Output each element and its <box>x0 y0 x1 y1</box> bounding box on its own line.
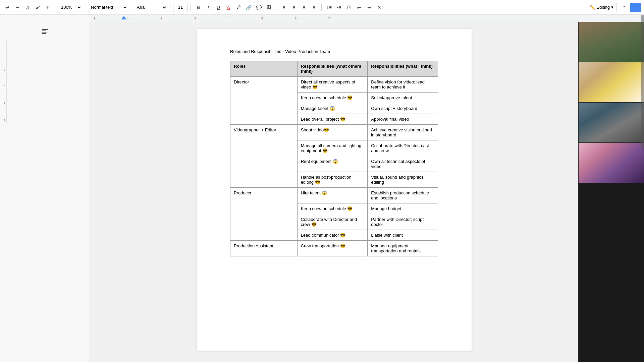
col-header-mine: Responsibilities (what I think) <box>368 61 438 77</box>
mine-cell-1-1[interactable]: Collaborate with Director, cast and crew <box>368 140 438 156</box>
document-page: Roles and Responsibilities - Video Produ… <box>197 29 472 351</box>
bulleted-list-button[interactable]: •≡ <box>334 3 344 12</box>
paint-format-button[interactable]: 🖌 <box>33 3 42 12</box>
list-group: 1≡ •≡ ☑ ⇤ ⇥ ✕ <box>324 3 384 12</box>
role-cell-1[interactable]: Videographer + Editor <box>230 125 298 188</box>
others-cell-3-0[interactable]: Crew transportation 😎 <box>297 241 368 256</box>
mine-cell-0-3[interactable]: Approval final video <box>368 114 438 125</box>
document-title[interactable]: Roles and Responsibilities - Video Produ… <box>230 49 438 54</box>
others-cell-2-0[interactable]: Hire talent 😱 <box>297 188 368 203</box>
col-header-roles: Roles <box>230 61 298 77</box>
divider-5 <box>191 4 191 11</box>
others-cell-1-3[interactable]: Handle all post-production editing 😎 <box>297 172 368 188</box>
format-group: B I U A 🖍 🔗 💬 🖼 <box>194 3 273 12</box>
mine-cell-0-1[interactable]: Select/approve talent <box>368 93 438 103</box>
line-numbers: 3 4 5 6 <box>0 41 7 123</box>
svg-text:1: 1 <box>127 17 129 20</box>
svg-rect-11 <box>42 32 47 33</box>
others-cell-2-2[interactable]: Collaborate with Director and crew 😎 <box>297 214 368 230</box>
table-row: Production AssistantCrew transportation … <box>230 241 438 256</box>
svg-text:7: 7 <box>328 17 330 20</box>
font-select[interactable]: Arial <box>134 3 167 12</box>
image-button[interactable]: 🖼 <box>264 3 273 12</box>
align-justify-button[interactable]: ≡ <box>309 3 319 12</box>
divider-1 <box>55 4 55 11</box>
align-right-button[interactable]: ≡ <box>299 3 309 12</box>
editing-mode-button[interactable]: ✏️ Editing ▾ <box>587 3 616 12</box>
others-cell-1-0[interactable]: Shoot video😎 <box>297 125 368 140</box>
divider-7 <box>321 4 322 11</box>
ruler: 1 1 2 3 4 5 6 7 <box>0 15 644 22</box>
comment-button[interactable]: 💬 <box>254 3 263 12</box>
divider-4 <box>170 4 170 11</box>
checklist-button[interactable]: ☑ <box>344 3 354 12</box>
expand-button[interactable]: ⌃ <box>619 3 629 12</box>
mine-cell-2-2[interactable]: Partner with Director; script doctor <box>368 214 438 230</box>
others-cell-0-0[interactable]: Direct all creative aspects of video 😎 <box>297 77 368 93</box>
print-button[interactable]: 🖨 <box>23 3 32 12</box>
clear-format-button[interactable]: T̶ <box>43 3 52 12</box>
mine-cell-2-1[interactable]: Manage budget <box>368 203 438 214</box>
clear-formatting-button[interactable]: ✕ <box>375 3 384 12</box>
indent-decrease-button[interactable]: ⇤ <box>355 3 364 12</box>
redo-button[interactable]: ↪ <box>13 3 22 12</box>
mine-cell-2-3[interactable]: Liaise with client <box>368 230 438 241</box>
toolbar: ↩ ↪ 🖨 🖌 T̶ 100% Normal text Arial B I U … <box>0 0 644 15</box>
mine-cell-1-0[interactable]: Achieve creative vision outlined in stor… <box>368 125 438 140</box>
video-panel-scrollbar[interactable] <box>641 15 644 149</box>
outline-toggle-button[interactable] <box>38 25 52 38</box>
role-cell-3[interactable]: Production Assistant <box>230 241 298 256</box>
divider-2 <box>85 4 85 11</box>
document-area[interactable]: Roles and Responsibilities - Video Produ… <box>90 22 578 362</box>
svg-marker-8 <box>121 16 126 19</box>
video-participant-1[interactable] <box>579 22 644 62</box>
text-style-select[interactable]: Normal text <box>88 3 128 12</box>
apps-button[interactable]: ⋮⋮ <box>630 3 641 12</box>
others-cell-2-1[interactable]: Keep crew on schedule 😎 <box>297 203 368 214</box>
align-center-button[interactable]: ≡ <box>289 3 299 12</box>
zoom-select[interactable]: 100% <box>58 3 82 12</box>
svg-text:1: 1 <box>94 17 95 20</box>
others-cell-0-1[interactable]: Keep crew on schedule 😎 <box>297 93 368 103</box>
svg-text:2: 2 <box>161 17 162 20</box>
role-cell-0[interactable]: Director <box>230 77 298 125</box>
highlight-button[interactable]: 🖍 <box>234 3 243 12</box>
video-participant-3[interactable] <box>579 103 644 143</box>
svg-rect-9 <box>42 29 48 30</box>
roles-table: Roles Responsibilities (what others thin… <box>230 61 438 256</box>
others-cell-0-3[interactable]: Lead overall project 😎 <box>297 114 368 125</box>
numbered-list-button[interactable]: 1≡ <box>324 3 334 12</box>
editing-label: Editing <box>596 5 610 10</box>
svg-rect-12 <box>42 33 46 34</box>
italic-button[interactable]: I <box>204 3 213 12</box>
font-size-input[interactable] <box>173 3 188 12</box>
others-cell-1-2[interactable]: Rent equipment 😱 <box>297 156 368 172</box>
undo-redo-group: ↩ ↪ 🖨 🖌 T̶ <box>3 3 52 12</box>
align-group: ≡ ≡ ≡ ≡ <box>279 3 319 12</box>
others-cell-0-2[interactable]: Manage talent 😱 <box>297 103 368 114</box>
mine-cell-2-0[interactable]: Establish production schedule and locati… <box>368 188 438 203</box>
video-participant-4[interactable] <box>579 143 644 183</box>
others-cell-1-1[interactable]: Manage all camera and lighting equipment… <box>297 140 368 156</box>
others-cell-2-3[interactable]: Lead communicator 😎 <box>297 230 368 241</box>
video-participant-2[interactable] <box>579 62 644 103</box>
divider-6 <box>276 4 276 11</box>
link-button[interactable]: 🔗 <box>244 3 253 12</box>
undo-button[interactable]: ↩ <box>3 3 12 12</box>
svg-text:5: 5 <box>261 17 263 20</box>
mine-cell-1-3[interactable]: Visual, sound and graphics editing <box>368 172 438 188</box>
mine-cell-0-2[interactable]: Own script + storyboard <box>368 103 438 114</box>
bold-button[interactable]: B <box>194 3 203 12</box>
main-layout: 3 4 5 6 Roles and Responsibilities - Vid… <box>0 22 644 362</box>
mine-cell-3-0[interactable]: Manage equipment transportation and rent… <box>368 241 438 256</box>
mine-cell-1-2[interactable]: Own all technical aspects of video <box>368 156 438 172</box>
svg-rect-10 <box>42 31 46 31</box>
mine-cell-0-0[interactable]: Define vision for video; lead team to ac… <box>368 77 438 93</box>
indent-increase-button[interactable]: ⇥ <box>365 3 374 12</box>
text-color-button[interactable]: A <box>224 3 233 12</box>
svg-text:3: 3 <box>194 17 196 20</box>
role-cell-2[interactable]: Producer <box>230 188 298 241</box>
underline-button[interactable]: U <box>214 3 223 12</box>
align-left-button[interactable]: ≡ <box>279 3 288 12</box>
table-header-row: Roles Responsibilities (what others thin… <box>230 61 438 77</box>
